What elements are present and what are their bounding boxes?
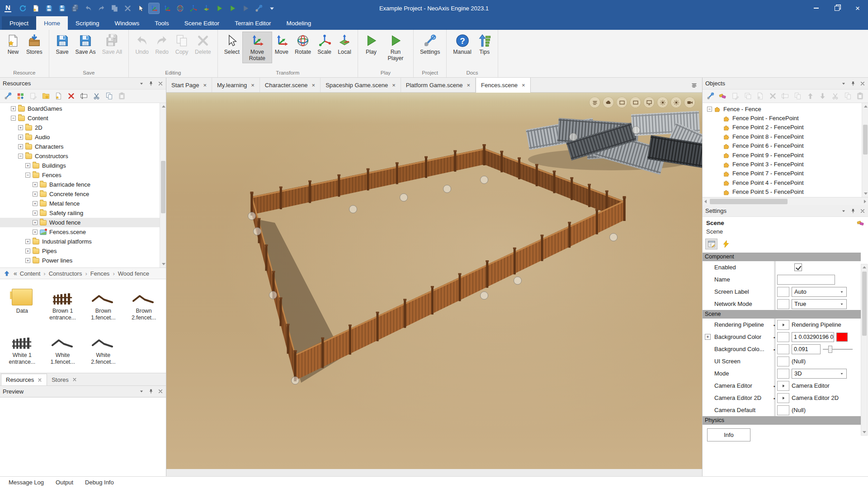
local-icon[interactable] bbox=[201, 3, 212, 14]
thumb-brown1-fencetype[interactable]: Brown 1.fencet... bbox=[83, 283, 124, 327]
section-header-scene[interactable]: Scene bbox=[703, 310, 861, 319]
view-options-icon[interactable] bbox=[16, 91, 25, 101]
tree-item[interactable]: − Constructors bbox=[0, 151, 160, 161]
default-box[interactable] bbox=[777, 299, 789, 309]
clone-icon[interactable] bbox=[743, 91, 753, 101]
object-tree-item[interactable]: Fence Point 4 - FencePoint bbox=[703, 178, 862, 187]
display-icon[interactable] bbox=[644, 97, 654, 108]
settings-scrollbar[interactable] bbox=[861, 264, 868, 436]
rotate-icon[interactable] bbox=[175, 3, 185, 14]
delete-button[interactable]: Delete bbox=[192, 32, 214, 56]
thumb-brown1-entrance[interactable]: Brown 1 entrance... bbox=[42, 283, 83, 327]
tree-item[interactable]: + Industrial platforms bbox=[0, 237, 160, 246]
breadcrumb-item[interactable]: Content bbox=[20, 270, 41, 277]
expander-icon[interactable]: + bbox=[33, 220, 38, 225]
expander-icon[interactable]: + bbox=[18, 135, 23, 140]
expander-icon[interactable]: − bbox=[25, 173, 30, 178]
value-box[interactable]: 0.091 bbox=[792, 344, 821, 354]
select-button[interactable]: Select bbox=[221, 32, 243, 56]
new-folder-icon[interactable] bbox=[41, 91, 51, 101]
save-all-icon[interactable] bbox=[70, 3, 80, 14]
default-box[interactable] bbox=[777, 332, 789, 342]
menu-home[interactable]: Home bbox=[36, 16, 68, 30]
section-header-component[interactable]: Component bbox=[703, 253, 861, 261]
undo-icon[interactable] bbox=[83, 3, 94, 14]
expander-icon[interactable]: + bbox=[18, 144, 23, 149]
scale-icon[interactable] bbox=[188, 3, 198, 14]
default-box[interactable] bbox=[777, 357, 789, 366]
tree-item[interactable]: + 2D bbox=[0, 123, 160, 132]
expander-icon[interactable]: + bbox=[33, 211, 38, 216]
cut-icon[interactable] bbox=[830, 91, 840, 101]
move-up-icon[interactable] bbox=[806, 91, 815, 101]
tree-item[interactable]: + Characters bbox=[0, 142, 160, 151]
stores-button[interactable]: Stores bbox=[23, 32, 46, 56]
panel-tab-stores[interactable]: Stores bbox=[47, 374, 81, 385]
close-icon[interactable] bbox=[38, 378, 42, 382]
tree-item[interactable]: + BoardGames bbox=[0, 104, 160, 113]
vertical-scrollbar[interactable] bbox=[862, 103, 868, 197]
lighting2-icon[interactable] bbox=[671, 97, 681, 108]
expander-icon[interactable]: + bbox=[25, 239, 30, 244]
object-tree-item[interactable]: Fence Point 7 - FencePoint bbox=[703, 169, 862, 178]
run-player-button[interactable]: Run Player bbox=[381, 32, 410, 63]
tools-icon[interactable] bbox=[3, 91, 13, 101]
panel-tab-resources[interactable]: Resources bbox=[1, 374, 47, 385]
expander-icon[interactable]: + bbox=[11, 106, 16, 111]
camera-icon[interactable] bbox=[684, 97, 695, 108]
close-icon[interactable] bbox=[860, 208, 865, 214]
expand-reference-button[interactable] bbox=[777, 381, 789, 391]
dropdown[interactable]: Auto bbox=[792, 287, 847, 297]
panel-menu-icon[interactable] bbox=[841, 81, 846, 86]
menu-project[interactable]: Project bbox=[2, 16, 36, 30]
settings-button[interactable]: Settings bbox=[417, 32, 443, 56]
expander-icon[interactable]: − bbox=[18, 154, 23, 159]
paste-icon[interactable] bbox=[855, 91, 865, 101]
tree-item[interactable]: + Metal fence bbox=[0, 199, 160, 208]
rename-icon[interactable] bbox=[79, 91, 89, 101]
expander-icon[interactable]: + bbox=[705, 334, 711, 340]
scene-canvas[interactable] bbox=[166, 93, 702, 469]
object-tree-item[interactable]: Fence Point - FencePoint bbox=[703, 113, 862, 122]
close-icon[interactable]: × bbox=[251, 82, 255, 89]
edit-icon[interactable] bbox=[28, 91, 38, 101]
panel-menu-icon[interactable] bbox=[139, 389, 144, 394]
paste-icon[interactable] bbox=[117, 91, 127, 101]
properties-icon[interactable] bbox=[705, 239, 717, 249]
section-header-physics[interactable]: Physics bbox=[703, 416, 861, 425]
panel-menu-icon[interactable] bbox=[139, 81, 144, 86]
info-button[interactable]: Info bbox=[707, 428, 750, 441]
menu-scene-editor[interactable]: Scene Editor bbox=[177, 16, 227, 30]
object-tree-item[interactable]: Fence Point 6 - FencePoint bbox=[703, 141, 862, 150]
breadcrumb-item[interactable]: Wood fence bbox=[109, 270, 149, 277]
save-icon[interactable] bbox=[44, 3, 54, 14]
select-icon[interactable] bbox=[136, 3, 146, 14]
thumb-white1-fencetype[interactable]: White 1.fencet... bbox=[42, 327, 83, 371]
settings-icon[interactable] bbox=[254, 3, 264, 14]
debug-info-tab[interactable]: Debug Info bbox=[79, 477, 120, 488]
slider[interactable] bbox=[823, 346, 853, 353]
tips-button[interactable]: Tips bbox=[475, 32, 495, 56]
move-icon[interactable] bbox=[162, 3, 172, 14]
move-down-icon[interactable] bbox=[818, 91, 827, 101]
expander-icon[interactable]: + bbox=[33, 182, 38, 187]
tools-icon[interactable] bbox=[706, 91, 715, 101]
expander-icon[interactable]: + bbox=[25, 163, 30, 168]
toolbar-options-icon[interactable] bbox=[267, 3, 277, 14]
tab-platform-game-scene[interactable]: Platform Game.scene × bbox=[401, 78, 476, 92]
checkbox[interactable] bbox=[794, 263, 802, 271]
tree-item[interactable]: + Safety railing bbox=[0, 208, 160, 218]
menu-modeling[interactable]: Modeling bbox=[278, 16, 319, 30]
expander-icon[interactable]: + bbox=[25, 258, 30, 263]
menu-windows[interactable]: Windows bbox=[107, 16, 147, 30]
restore-button[interactable] bbox=[826, 0, 847, 16]
move-rotate-icon[interactable] bbox=[149, 3, 159, 14]
reference-value[interactable]: Camera Editor 2D bbox=[792, 394, 839, 401]
delete-icon[interactable] bbox=[768, 91, 778, 101]
save-as-icon[interactable] bbox=[57, 3, 67, 14]
thumb-data[interactable]: Data bbox=[2, 283, 42, 327]
expander-icon[interactable]: + bbox=[25, 249, 30, 253]
tab-start-page[interactable]: Start Page × bbox=[166, 78, 212, 92]
close-icon[interactable] bbox=[158, 81, 163, 86]
tree-item[interactable]: − Content bbox=[0, 113, 160, 123]
